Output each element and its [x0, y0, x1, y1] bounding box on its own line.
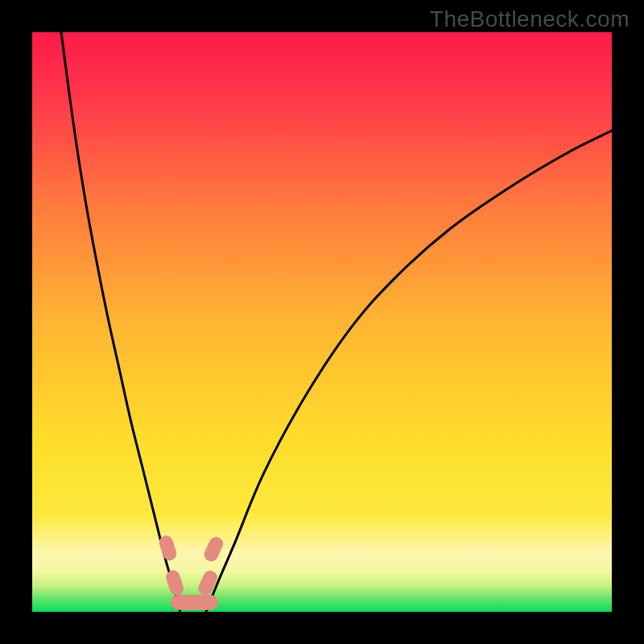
chart-frame: TheBottleneck.com [0, 0, 644, 644]
svg-rect-4 [196, 568, 220, 597]
watermark-text: TheBottleneck.com [430, 6, 630, 32]
marker-right-lower [196, 568, 220, 597]
marker-right-upper [202, 535, 225, 564]
marker-bottom-bar [171, 595, 218, 610]
series-right-curve [206, 130, 612, 612]
plot-area [32, 32, 612, 612]
curves-layer [32, 32, 612, 612]
marker-left-lower [164, 568, 185, 597]
series-left-curve [61, 32, 180, 612]
svg-rect-5 [171, 595, 218, 610]
svg-rect-2 [164, 568, 185, 597]
svg-rect-3 [202, 535, 225, 564]
